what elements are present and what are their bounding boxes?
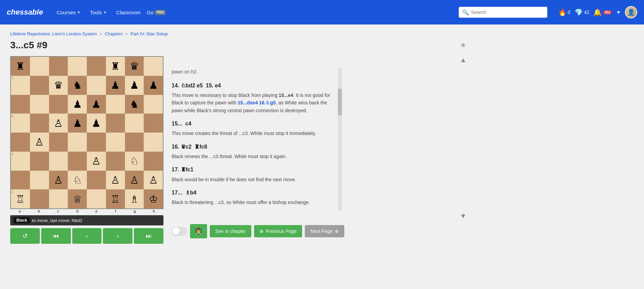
previous-page-button[interactable]: ⊕ Previous Page: [254, 225, 302, 237]
star-button[interactable]: ★: [460, 41, 467, 50]
square-1-7[interactable]: ♗: [125, 189, 144, 208]
next-page-button[interactable]: Next Page ⊕: [305, 225, 344, 237]
square-4-4[interactable]: [68, 133, 87, 152]
scroll-down-icon[interactable]: ▼: [460, 212, 467, 220]
square-8-5[interactable]: [87, 57, 106, 76]
toggle-switch[interactable]: [172, 227, 187, 236]
square-2-3[interactable]: ♙: [49, 171, 68, 190]
chevron-down-icon[interactable]: ▼: [616, 10, 621, 15]
bell-badge: 952: [603, 10, 612, 15]
square-3-4[interactable]: [68, 152, 87, 171]
classroom-link[interactable]: Classroom: [113, 7, 144, 17]
square-3-2[interactable]: [30, 152, 49, 171]
square-7-1[interactable]: 7: [11, 76, 30, 95]
square-2-8[interactable]: ♙: [144, 171, 163, 190]
breadcrumb-separator: >: [99, 31, 103, 36]
square-5-2[interactable]: [30, 114, 49, 133]
square-1-2[interactable]: [30, 189, 49, 208]
square-4-3[interactable]: [49, 133, 68, 152]
square-1-6[interactable]: ♖: [106, 189, 125, 208]
last-move-button[interactable]: ⏭: [134, 228, 163, 244]
square-8-7[interactable]: ♛: [125, 57, 144, 76]
square-8-4[interactable]: [68, 57, 87, 76]
square-4-5[interactable]: [87, 133, 106, 152]
next-move-button[interactable]: ›: [103, 228, 132, 244]
first-move-button[interactable]: ⏮: [41, 228, 71, 244]
square-8-1[interactable]: ♜8: [11, 57, 30, 76]
breadcrumb-link-1[interactable]: Lifetime Repertoires: Liem's London Syst…: [10, 31, 97, 36]
square-2-4[interactable]: ♘: [68, 171, 87, 190]
breadcrumb-link-3[interactable]: Part IV: Slav Setup: [130, 31, 168, 36]
courses-menu[interactable]: Courses ▼: [53, 7, 84, 17]
scrollbar-track[interactable]: [338, 68, 342, 211]
square-6-8[interactable]: [144, 95, 163, 114]
move-link-15dxe4[interactable]: 15...dxe4 16.♘g5: [238, 100, 276, 105]
square-7-6[interactable]: ♟: [106, 76, 125, 95]
reset-button[interactable]: ↺: [10, 228, 40, 244]
square-6-6[interactable]: [106, 95, 125, 114]
square-1-3[interactable]: [49, 189, 68, 208]
move-heading-14: 14. ♘bd2 e5 15. e4: [172, 81, 332, 90]
square-3-3[interactable]: [49, 152, 68, 171]
square-2-5[interactable]: [87, 171, 106, 190]
square-7-8[interactable]: ♟: [144, 76, 163, 95]
square-1-1[interactable]: ♖1: [11, 189, 30, 208]
square-7-7[interactable]: ♟: [125, 76, 144, 95]
tools-menu[interactable]: Tools ▼: [87, 7, 110, 17]
panel-inner: pawn on h2. 14. ♘bd2 e5 15. e4 This move…: [172, 68, 467, 211]
square-6-3[interactable]: [49, 95, 68, 114]
fire-button[interactable]: 🔥 0: [558, 8, 570, 16]
square-3-6[interactable]: [106, 152, 125, 171]
scrollbar-thumb[interactable]: [338, 88, 342, 116]
square-5-6[interactable]: [106, 114, 125, 133]
square-5-4[interactable]: ♟: [68, 114, 87, 133]
square-4-7[interactable]: [125, 133, 144, 152]
scroll-up-icon[interactable]: ▲: [460, 56, 467, 64]
go-pro-link[interactable]: Go PRO: [147, 10, 166, 15]
square-2-7[interactable]: ♙: [125, 171, 144, 190]
square-6-1[interactable]: 6: [11, 95, 30, 114]
avatar[interactable]: 👤: [625, 6, 637, 18]
square-1-5[interactable]: [87, 189, 106, 208]
square-1-4[interactable]: ♕: [68, 189, 87, 208]
square-5-5[interactable]: ♟: [87, 114, 106, 133]
square-5-8[interactable]: [144, 114, 163, 133]
square-4-8[interactable]: [144, 133, 163, 152]
logo[interactable]: chessable: [7, 8, 43, 17]
square-7-2[interactable]: [30, 76, 49, 95]
square-4-1[interactable]: 4: [11, 133, 30, 152]
chess-board[interactable]: ♜8♜♛7♛♞♟♟♟6♟♟♞5♙♟♟4♙3♙♘2♙♘♙♙♙♖1♕♖♗♔: [10, 56, 163, 209]
square-3-7[interactable]: ♘: [125, 152, 144, 171]
teacher-button[interactable]: 👨‍🏫: [190, 224, 207, 238]
square-5-3[interactable]: ♙: [49, 114, 68, 133]
square-5-1[interactable]: 5: [11, 114, 30, 133]
square-2-6[interactable]: ♙: [106, 171, 125, 190]
square-1-8[interactable]: ♔: [144, 189, 163, 208]
square-7-5[interactable]: [87, 76, 106, 95]
square-5-7[interactable]: [125, 114, 144, 133]
square-6-4[interactable]: ♟: [68, 95, 87, 114]
square-3-1[interactable]: 3: [11, 152, 30, 171]
square-8-2[interactable]: [30, 57, 49, 76]
search-input[interactable]: [459, 7, 547, 18]
square-4-2[interactable]: ♙: [30, 133, 49, 152]
square-6-7[interactable]: ♞: [125, 95, 144, 114]
square-3-5[interactable]: ♙: [87, 152, 106, 171]
square-8-3[interactable]: [49, 57, 68, 76]
square-8-8[interactable]: [144, 57, 163, 76]
square-6-2[interactable]: [30, 95, 49, 114]
breadcrumb-link-2[interactable]: Chapters: [105, 31, 123, 36]
square-4-6[interactable]: [106, 133, 125, 152]
square-3-8[interactable]: [144, 152, 163, 171]
prev-move-button[interactable]: ‹: [72, 228, 102, 244]
square-7-3[interactable]: ♛: [49, 76, 68, 95]
square-2-2[interactable]: [30, 171, 49, 190]
diamond-button[interactable]: 💎 42: [575, 8, 590, 16]
square-6-5[interactable]: ♟: [87, 95, 106, 114]
bell-button[interactable]: 🔔 952: [593, 8, 612, 16]
square-7-4[interactable]: ♞: [68, 76, 87, 95]
square-8-6[interactable]: ♜: [106, 57, 125, 76]
search-wrapper: 🔍: [459, 7, 547, 18]
square-2-1[interactable]: 2: [11, 171, 30, 190]
see-in-chapter-button[interactable]: See in chapter: [210, 225, 251, 237]
